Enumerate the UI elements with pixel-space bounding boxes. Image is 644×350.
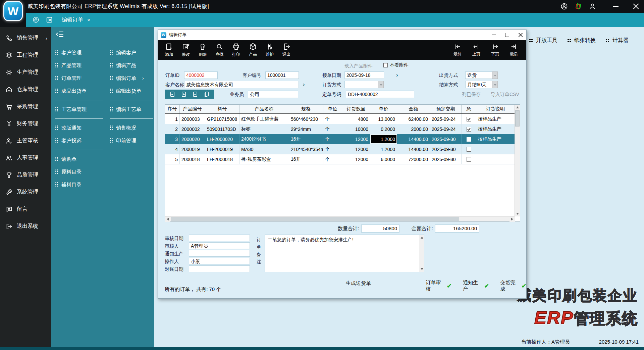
menu-item-aux-materials[interactable]: 辅料目录	[55, 178, 103, 191]
print-button[interactable]: 打印	[228, 41, 245, 59]
tab-edit-order[interactable]: 编辑订单 ×	[62, 16, 90, 23]
scroll-up-button[interactable]	[419, 235, 424, 240]
col-header-spec[interactable]: 规格	[289, 105, 323, 113]
menu-item-prepress[interactable]: 印前管理	[110, 134, 153, 147]
sidebar-item-finance[interactable]: 财务管理	[0, 115, 51, 132]
tool-paper-convert[interactable]: 纸张转换	[568, 37, 596, 44]
reviewer-field[interactable]: A管理员	[189, 242, 250, 249]
order-method-dropdown-icon[interactable]	[378, 81, 384, 88]
ship-method-dropdown-icon[interactable]	[492, 71, 498, 79]
menu-item-craft-sheet[interactable]: 工艺单管理	[55, 103, 103, 116]
scrollbar-thumb[interactable]	[171, 217, 459, 221]
operator-field[interactable]: 小景	[189, 258, 250, 264]
salesman-field[interactable]: 公司	[248, 91, 298, 98]
collapse-menu-icon[interactable]	[56, 31, 64, 38]
customer-picker-icon[interactable]: ›	[303, 81, 305, 88]
hide-attachment-checkbox[interactable]: 不看附件	[383, 62, 409, 68]
sidebar-item-supervisor-review[interactable]: 主管审核	[0, 132, 51, 149]
menu-item-edit-craft-sheet[interactable]: 编辑工艺单	[110, 103, 153, 116]
sidebar-item-messages[interactable]: 留言	[0, 201, 51, 218]
ship-method-select[interactable]: 送货	[465, 71, 492, 79]
notify-production-field[interactable]	[189, 250, 250, 257]
remove-row-icon[interactable]	[192, 91, 198, 97]
add-row-icon[interactable]	[181, 91, 187, 97]
table-row[interactable]: 5 2000018 LH-2000018 禅-私房茶彩盒 16开 个 12000…	[165, 154, 515, 164]
remark-scrollbar[interactable]	[419, 235, 424, 272]
first-record-button[interactable]: 最前	[450, 41, 465, 59]
generate-delivery-link[interactable]: 生成送货单	[346, 280, 371, 287]
prev-page-button[interactable]: 上页	[469, 41, 484, 59]
scroll-left-button[interactable]	[165, 216, 170, 222]
next-page-button[interactable]: 下页	[487, 41, 503, 59]
col-header-amount[interactable]: 金额	[397, 105, 430, 113]
find-button[interactable]: 查找	[211, 41, 228, 59]
account-icon[interactable]	[560, 2, 568, 10]
close-button[interactable]	[633, 3, 639, 10]
load-attachment-link[interactable]: 载入产品附件	[344, 62, 373, 69]
product-button[interactable]: 产品	[245, 41, 261, 59]
col-header-product-name[interactable]: 产品名称	[239, 105, 289, 113]
minimize-button[interactable]	[612, 3, 619, 10]
switch-user-icon[interactable]	[588, 2, 596, 10]
scrollbar-thumb[interactable]	[515, 110, 520, 127]
table-row[interactable]: 1 2000003 GP210715008 红色款手工罐盒装 560*460*2…	[165, 114, 515, 124]
col-header-urgent[interactable]: 急	[462, 105, 476, 113]
scroll-up-button[interactable]	[515, 105, 520, 110]
window-maximize-button[interactable]	[505, 33, 509, 37]
settle-method-dropdown-icon[interactable]	[492, 81, 498, 88]
settle-method-select[interactable]: 月结60天	[465, 81, 492, 88]
customer-no-field[interactable]: 1000001	[265, 71, 299, 79]
col-header-note[interactable]: 订货说明	[476, 105, 515, 113]
sidebar-item-purchasing[interactable]: 采购管理	[0, 98, 51, 115]
columns-saved-link[interactable]: 列已保存	[462, 91, 481, 98]
confirm-row-icon[interactable]	[169, 91, 175, 97]
order-no-field[interactable]: DDH-4000002	[346, 91, 414, 98]
urgent-checkbox[interactable]	[467, 137, 471, 142]
table-row[interactable]: 2 2000002 5090011703D 标签 29*24mm 个 10000…	[165, 124, 515, 134]
tool-plate-tool[interactable]: 开版工具	[529, 37, 557, 44]
urgent-checkbox[interactable]	[467, 117, 471, 121]
last-record-button[interactable]: 最后	[506, 41, 522, 59]
table-row[interactable]: 4 2000019 LH-2000019 MA30 210*4540*354m …	[165, 144, 515, 154]
sidebar-item-engineering[interactable]: 工程管理	[0, 47, 51, 64]
sidebar-item-quality[interactable]: 品质管理	[0, 166, 51, 184]
menu-item-customer-mgmt[interactable]: 客户管理	[55, 46, 103, 59]
delivery-complete-check[interactable]: 交货完成✔	[500, 280, 526, 292]
tab-close-icon[interactable]: ×	[87, 17, 90, 23]
order-date-picker-icon[interactable]: ›	[396, 71, 398, 79]
link-icon[interactable]	[32, 16, 40, 23]
close-window-icon[interactable]	[46, 16, 53, 23]
sidebar-item-warehouse[interactable]: 仓库管理	[0, 81, 51, 98]
copy-row-icon[interactable]	[204, 91, 210, 97]
window-minimize-button[interactable]	[491, 33, 496, 37]
col-header-product-no[interactable]: 产品编号	[180, 105, 205, 113]
review-date-field[interactable]	[189, 235, 250, 241]
urgent-checkbox[interactable]	[467, 157, 471, 162]
window-close-button[interactable]	[518, 33, 523, 37]
order-id-field[interactable]: 4000002	[184, 71, 218, 79]
reconcile-date-field[interactable]	[189, 265, 250, 272]
scroll-down-button[interactable]	[515, 211, 520, 216]
modify-button[interactable]: 修改	[177, 41, 194, 59]
exit-button[interactable]: 退出	[278, 41, 295, 59]
add-button[interactable]: 添加	[161, 41, 177, 59]
import-csv-link[interactable]: 导入订单CSV	[491, 91, 519, 98]
tool-calculator[interactable]: 计算器	[606, 37, 629, 44]
col-header-unit[interactable]: 单位	[323, 105, 342, 113]
menu-item-raw-materials[interactable]: 原料目录	[55, 165, 103, 178]
col-header-material-no[interactable]: 料号	[205, 105, 239, 113]
table-horizontal-scrollbar[interactable]	[165, 216, 515, 221]
menu-item-edit-customer[interactable]: 编辑客户	[110, 46, 153, 59]
table-row[interactable]: 3 2000020 LH-2000020 2400说明书 16开 个 12000…	[165, 134, 515, 144]
menu-item-purchase-request[interactable]: 请购单	[55, 153, 103, 165]
sidebar-item-system[interactable]: 系统管理	[0, 184, 51, 201]
col-header-price[interactable]: 单价	[370, 105, 397, 113]
menu-item-sales-overview[interactable]: 销售概况	[110, 121, 153, 134]
menu-item-edit-shipment[interactable]: 编辑出货单	[110, 85, 153, 97]
order-date-field[interactable]: 2025-09-18	[344, 71, 384, 79]
order-method-select[interactable]	[344, 81, 378, 88]
sidebar-item-production[interactable]: 生产管理	[0, 64, 51, 81]
workspace-icon[interactable]	[574, 2, 582, 10]
menu-item-product-mgmt[interactable]: 产品管理	[55, 59, 103, 72]
order-reviewed-check[interactable]: 订单审核✔	[426, 280, 451, 292]
